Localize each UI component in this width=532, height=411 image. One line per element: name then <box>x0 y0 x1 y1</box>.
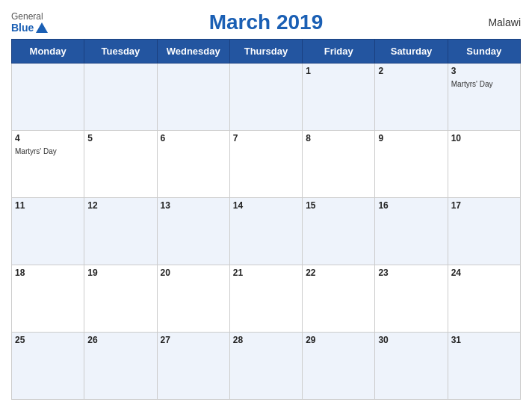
calendar-cell: 20 <box>157 265 229 333</box>
calendar-cell <box>84 64 157 131</box>
calendar-header: General Blue March 2019 Malawi <box>11 7 521 34</box>
weekday-header-tuesday: Tuesday <box>84 40 157 64</box>
weekday-header-thursday: Thursday <box>229 40 302 64</box>
calendar-cell: 15 <box>303 198 375 265</box>
day-number: 11 <box>15 200 81 211</box>
day-number: 31 <box>451 335 517 345</box>
calendar-cell: 11 <box>12 198 84 265</box>
day-number: 28 <box>233 335 299 345</box>
page-title: March 2019 <box>209 10 324 34</box>
logo: General Blue <box>11 11 48 34</box>
calendar-cell: 22 <box>303 265 375 333</box>
calendar-cell: 5 <box>84 131 157 198</box>
logo-blue-text: Blue <box>11 22 48 34</box>
calendar-cell: 16 <box>375 198 448 265</box>
calendar-cell <box>229 64 302 131</box>
calendar-cell: 18 <box>12 265 84 333</box>
day-number: 2 <box>378 66 444 76</box>
day-number: 29 <box>306 335 371 345</box>
day-number: 12 <box>87 200 153 211</box>
week-row-2: 4Martyrs' Day5678910 <box>12 131 521 198</box>
day-number: 6 <box>161 133 226 143</box>
weekday-header-wednesday: Wednesday <box>157 40 229 64</box>
weekday-header-monday: Monday <box>12 40 84 64</box>
day-number: 26 <box>87 335 153 345</box>
weekday-header-saturday: Saturday <box>375 40 448 64</box>
weekday-header-sunday: Sunday <box>448 40 520 64</box>
calendar-cell <box>12 64 84 131</box>
day-number: 25 <box>15 335 81 345</box>
day-number: 30 <box>378 335 444 345</box>
calendar-cell: 29 <box>303 333 375 400</box>
day-number: 27 <box>161 335 226 345</box>
calendar-cell: 27 <box>157 333 229 400</box>
calendar-cell: 3Martyrs' Day <box>448 64 520 131</box>
day-number: 16 <box>378 200 444 211</box>
day-number: 7 <box>233 133 299 143</box>
day-number: 24 <box>451 268 517 278</box>
day-number: 13 <box>161 200 226 211</box>
calendar-cell: 19 <box>84 265 157 333</box>
logo-triangle-icon <box>36 22 48 33</box>
weekday-header-friday: Friday <box>303 40 375 64</box>
week-row-5: 25262728293031 <box>12 333 521 400</box>
calendar-cell <box>157 64 229 131</box>
calendar-cell: 2 <box>375 64 448 131</box>
calendar-cell: 1 <box>303 64 375 131</box>
calendar-cell: 12 <box>84 198 157 265</box>
calendar-cell: 24 <box>448 265 520 333</box>
day-number: 9 <box>378 133 444 143</box>
calendar-cell: 7 <box>229 131 302 198</box>
week-row-3: 11121314151617 <box>12 198 521 265</box>
calendar-cell: 9 <box>375 131 448 198</box>
day-number: 22 <box>306 268 371 278</box>
weekday-header-row: MondayTuesdayWednesdayThursdayFridaySatu… <box>12 40 521 64</box>
day-number: 14 <box>233 200 299 211</box>
logo-general-text: General <box>11 11 43 22</box>
event-label: Martyrs' Day <box>451 80 493 88</box>
calendar-table: MondayTuesdayWednesdayThursdayFridaySatu… <box>11 39 521 400</box>
calendar-cell: 6 <box>157 131 229 198</box>
calendar-cell: 17 <box>448 198 520 265</box>
calendar-cell: 31 <box>448 333 520 400</box>
week-row-1: 123Martyrs' Day <box>12 64 521 131</box>
day-number: 8 <box>306 133 371 143</box>
day-number: 10 <box>451 133 517 143</box>
calendar-cell: 23 <box>375 265 448 333</box>
calendar-cell: 30 <box>375 333 448 400</box>
day-number: 18 <box>15 268 81 278</box>
week-row-4: 18192021222324 <box>12 265 521 333</box>
calendar-cell: 26 <box>84 333 157 400</box>
calendar-cell: 10 <box>448 131 520 198</box>
calendar-cell: 21 <box>229 265 302 333</box>
day-number: 17 <box>451 200 517 211</box>
country-label: Malawi <box>488 16 521 28</box>
event-label: Martyrs' Day <box>15 147 57 155</box>
day-number: 4 <box>15 133 81 143</box>
calendar-cell: 13 <box>157 198 229 265</box>
day-number: 23 <box>378 268 444 278</box>
day-number: 5 <box>87 133 153 143</box>
calendar-cell: 8 <box>303 131 375 198</box>
calendar-cell: 14 <box>229 198 302 265</box>
day-number: 15 <box>306 200 371 211</box>
calendar-cell: 28 <box>229 333 302 400</box>
day-number: 1 <box>306 66 371 76</box>
calendar-cell: 4Martyrs' Day <box>12 131 84 198</box>
day-number: 20 <box>161 268 226 278</box>
calendar-cell: 25 <box>12 333 84 400</box>
day-number: 19 <box>87 268 153 278</box>
day-number: 21 <box>233 268 299 278</box>
day-number: 3 <box>451 66 517 76</box>
